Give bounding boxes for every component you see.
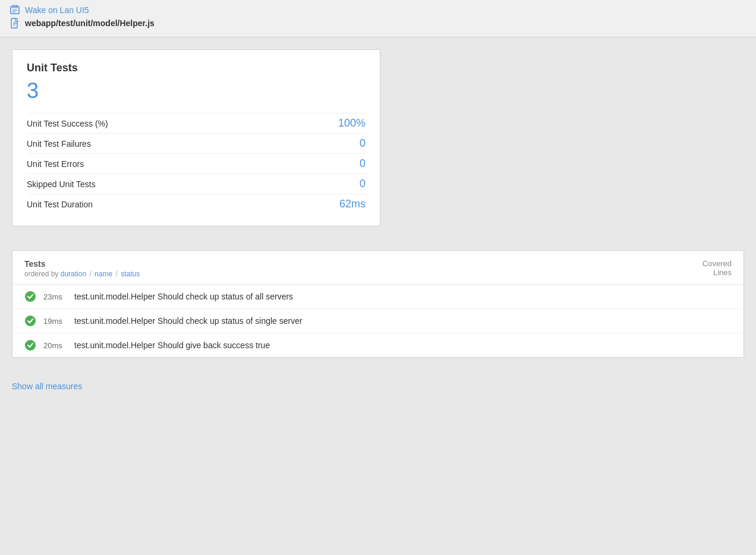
unit-tests-card: Unit Tests 3 Unit Test Success (%) 100% … (12, 49, 380, 226)
test-row-1: 19ms test.unit.model.Helper Should check… (12, 309, 744, 333)
lines-label: Lines (703, 268, 732, 277)
metric-value-0: 100% (338, 117, 366, 130)
test-duration-2: 20ms (43, 341, 67, 350)
metric-label-1: Unit Test Failures (27, 139, 91, 149)
test-duration-1: 19ms (43, 317, 67, 326)
pass-icon-1 (24, 315, 36, 327)
unit-tests-title: Unit Tests (27, 62, 366, 74)
test-name-1: test.unit.model.Helper Should check up s… (74, 316, 303, 326)
svg-point-9 (25, 340, 36, 351)
metric-label-3: Skipped Unit Tests (27, 179, 96, 189)
test-row-2: 20ms test.unit.model.Helper Should give … (12, 333, 744, 357)
metric-value-4: 62ms (339, 198, 366, 210)
test-name-2: test.unit.model.Helper Should give back … (74, 340, 270, 350)
metric-value-1: 0 (360, 137, 366, 150)
svg-point-7 (25, 291, 36, 302)
unit-tests-count: 3 (27, 78, 366, 103)
pass-icon-2 (24, 339, 36, 351)
ordered-by-label: ordered by (24, 270, 61, 278)
tests-header-right: Covered Lines (703, 259, 732, 277)
tests-order-row: ordered by duration / name / status (24, 270, 140, 278)
metric-row-4: Unit Test Duration 62ms (27, 194, 366, 214)
svg-point-8 (25, 316, 36, 326)
sep-1: / (89, 270, 93, 278)
metric-value-3: 0 (360, 178, 366, 190)
pass-icon-0 (24, 291, 36, 302)
metric-row-3: Skipped Unit Tests 0 (27, 174, 366, 194)
tests-header-title: Tests (24, 259, 140, 269)
test-name-0: test.unit.model.Helper Should check up s… (74, 292, 293, 301)
metric-label-2: Unit Test Errors (27, 159, 84, 169)
project-icon (10, 5, 20, 15)
metric-row-0: Unit Test Success (%) 100% (27, 113, 366, 133)
test-row-0: 23ms test.unit.model.Helper Should check… (12, 285, 744, 309)
metric-value-2: 0 (360, 157, 366, 170)
tests-header-left: Tests ordered by duration / name / statu… (24, 259, 140, 278)
metric-row-2: Unit Test Errors 0 (27, 153, 366, 174)
project-link[interactable]: Wake on Lan UI5 (25, 5, 89, 15)
show-all-measures-link[interactable]: Show all measures (12, 381, 82, 391)
metric-label-0: Unit Test Success (%) (27, 119, 108, 128)
metric-row-1: Unit Test Failures 0 (27, 133, 366, 153)
tests-table-card: Tests ordered by duration / name / statu… (12, 250, 744, 358)
test-duration-0: 23ms (43, 292, 67, 301)
tests-table-header: Tests ordered by duration / name / statu… (12, 251, 744, 285)
order-by-duration[interactable]: duration (61, 270, 86, 278)
order-by-name[interactable]: name (94, 270, 112, 278)
metric-label-4: Unit Test Duration (27, 200, 93, 209)
sep-2: / (115, 270, 119, 278)
file-path: webapp/test/unit/model/Helper.js (25, 18, 155, 28)
order-by-status[interactable]: status (121, 270, 140, 278)
covered-label: Covered (703, 259, 732, 268)
file-icon (10, 18, 20, 29)
top-bar: Wake on Lan UI5 webapp/test/unit/model/H… (0, 0, 756, 37)
